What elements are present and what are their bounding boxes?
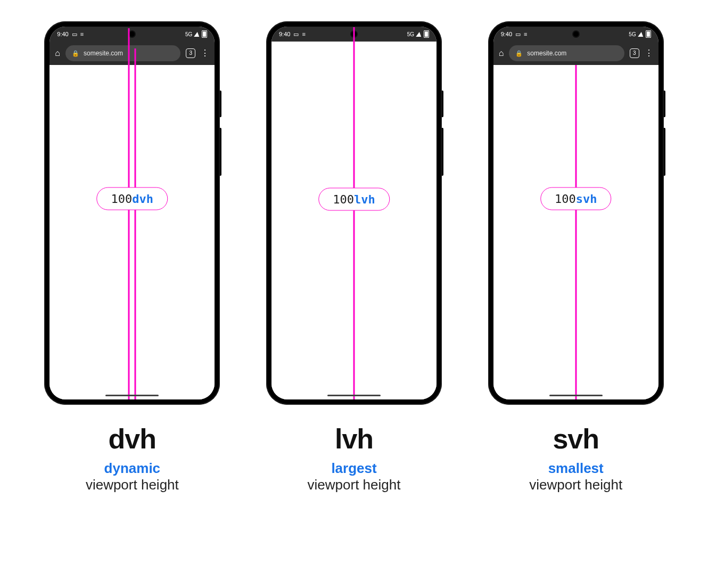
unit-label-pill: 100dvh bbox=[97, 187, 168, 210]
page-content: 100lvh bbox=[271, 42, 437, 399]
page-content: 100dvh bbox=[50, 65, 215, 399]
network-label: 5G bbox=[185, 31, 192, 37]
unit-label-unit: dvh bbox=[132, 192, 153, 206]
phone-frame: 9:40▭≡5G⌂🔒somesite.com3⋮100svh bbox=[488, 21, 664, 405]
phone-screen: 9:40▭≡5G⌂🔒somesite.com3⋮100dvh bbox=[50, 27, 215, 399]
phone-caption: svhsmallestviewport height bbox=[529, 423, 622, 493]
notif-icon-2: ≡ bbox=[524, 31, 527, 37]
overflow-menu-icon[interactable]: ⋮ bbox=[201, 49, 209, 58]
caption-subtitle: viewport height bbox=[529, 477, 622, 493]
viewport-height-line bbox=[575, 65, 577, 399]
notif-icon: ▭ bbox=[293, 31, 299, 38]
home-icon[interactable]: ⌂ bbox=[55, 48, 60, 58]
caption-subtitle: viewport height bbox=[308, 477, 401, 493]
browser-toolbar: ⌂🔒somesite.com3⋮ bbox=[493, 42, 658, 65]
signal-icon bbox=[416, 32, 422, 37]
notif-icon: ▭ bbox=[72, 31, 77, 38]
phone-column-dvh: 9:40▭≡5G⌂🔒somesite.com3⋮100dvhdvhdynamic… bbox=[32, 21, 233, 493]
status-time: 9:40 bbox=[57, 31, 68, 37]
phone-caption: dvhdynamicviewport height bbox=[86, 423, 179, 493]
unit-label-pill: 100svh bbox=[540, 187, 612, 210]
phone-screen: 9:40▭≡5G100lvh bbox=[271, 27, 437, 399]
home-icon[interactable]: ⌂ bbox=[499, 48, 504, 58]
caption-title: dvh bbox=[86, 423, 179, 455]
address-bar[interactable]: 🔒somesite.com bbox=[509, 45, 624, 61]
notif-icon-2: ≡ bbox=[80, 31, 84, 37]
phone-frame: 9:40▭≡5G⌂🔒somesite.com3⋮100dvh bbox=[44, 21, 220, 405]
network-label: 5G bbox=[407, 31, 414, 37]
notif-icon-2: ≡ bbox=[302, 31, 305, 37]
unit-label-unit: lvh bbox=[354, 192, 375, 206]
viewport-height-line bbox=[128, 28, 130, 399]
caption-title: svh bbox=[529, 423, 622, 455]
status-bar: 9:40▭≡5G bbox=[493, 27, 658, 42]
address-bar[interactable]: 🔒somesite.com bbox=[65, 45, 180, 61]
caption-subtitle-accent: largest bbox=[308, 460, 401, 477]
caption-subtitle-accent: smallest bbox=[529, 460, 622, 477]
network-label: 5G bbox=[629, 31, 636, 37]
url-text: somesite.com bbox=[84, 50, 123, 57]
caption-subtitle: viewport height bbox=[86, 477, 179, 493]
lock-icon: 🔒 bbox=[515, 50, 523, 57]
unit-label-unit: svh bbox=[576, 192, 597, 206]
phone-screen: 9:40▭≡5G⌂🔒somesite.com3⋮100svh bbox=[493, 27, 658, 399]
viewport-height-line bbox=[135, 48, 136, 399]
url-text: somesite.com bbox=[527, 50, 566, 57]
notif-icon: ▭ bbox=[515, 31, 521, 38]
home-indicator bbox=[549, 395, 603, 396]
browser-toolbar: ⌂🔒somesite.com3⋮ bbox=[50, 42, 215, 65]
home-indicator bbox=[327, 395, 381, 396]
status-time: 9:40 bbox=[501, 31, 512, 37]
home-indicator bbox=[105, 395, 159, 396]
page-content: 100svh bbox=[493, 65, 658, 399]
battery-icon bbox=[424, 30, 429, 38]
signal-icon bbox=[638, 32, 644, 37]
battery-icon bbox=[202, 30, 207, 38]
tab-count-button[interactable]: 3 bbox=[630, 48, 639, 58]
unit-label-value: 100 bbox=[111, 192, 133, 206]
lock-icon: 🔒 bbox=[72, 50, 79, 57]
unit-label-pill: 100lvh bbox=[318, 187, 390, 210]
phone-column-lvh: 9:40▭≡5G100lvhlvhlargestviewport height bbox=[254, 21, 455, 493]
caption-subtitle-accent: dynamic bbox=[86, 460, 179, 477]
camera-cutout bbox=[572, 30, 580, 38]
signal-icon bbox=[194, 32, 201, 37]
phone-column-svh: 9:40▭≡5G⌂🔒somesite.com3⋮100svhsvhsmalles… bbox=[475, 21, 676, 493]
unit-label-value: 100 bbox=[555, 192, 576, 206]
unit-label-value: 100 bbox=[333, 192, 354, 206]
phone-caption: lvhlargestviewport height bbox=[308, 423, 401, 493]
status-bar: 9:40▭≡5G bbox=[50, 27, 215, 42]
battery-icon bbox=[646, 30, 651, 38]
phone-frame: 9:40▭≡5G100lvh bbox=[266, 21, 442, 405]
overflow-menu-icon[interactable]: ⋮ bbox=[645, 49, 653, 58]
viewport-height-line bbox=[353, 27, 355, 399]
caption-title: lvh bbox=[308, 423, 401, 455]
status-time: 9:40 bbox=[279, 31, 290, 37]
tab-count-button[interactable]: 3 bbox=[186, 48, 195, 58]
